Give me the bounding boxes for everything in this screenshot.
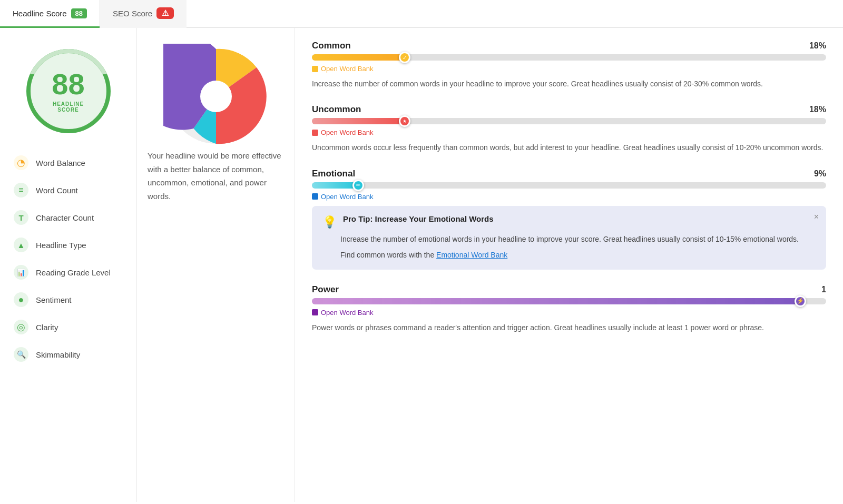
power-bank-icon bbox=[312, 309, 318, 315]
uncommon-bar bbox=[312, 118, 405, 124]
word-balance-pie-chart bbox=[163, 44, 269, 149]
sentiment-icon: ● bbox=[14, 292, 28, 307]
tab-seo[interactable]: SEO Score ⚠ bbox=[100, 0, 187, 28]
score-number: 88 bbox=[52, 70, 84, 99]
tabs-bar: Headline Score 88 SEO Score ⚠ bbox=[0, 0, 843, 28]
tab-headline-label: Headline Score bbox=[13, 9, 67, 18]
sidebar-item-label-skimmability: Skimmability bbox=[36, 350, 80, 359]
emotional-title: Emotional bbox=[312, 169, 355, 179]
emotional-bank-icon bbox=[312, 193, 318, 200]
power-title: Power bbox=[312, 284, 339, 295]
power-bank-label: Open Word Bank bbox=[321, 309, 373, 317]
clarity-icon: ◎ bbox=[14, 320, 28, 334]
uncommon-thumb: ★ bbox=[399, 115, 410, 127]
pro-tip-text: Increase the number of emotional words i… bbox=[340, 233, 816, 245]
skimmability-icon: 🔍 bbox=[14, 347, 28, 362]
balance-panel: Common 18% ✓ Open Word Bank Increase the… bbox=[295, 28, 843, 502]
pro-tip-link-text: Find common words with the Emotional Wor… bbox=[340, 249, 816, 261]
score-circle: 88 HEADLINESCORE bbox=[26, 49, 111, 133]
power-bar bbox=[312, 298, 800, 304]
word-balance-icon: ◔ bbox=[14, 155, 28, 170]
sidebar-item-label-word-count: Word Count bbox=[36, 186, 78, 195]
svg-point-1 bbox=[200, 81, 232, 112]
uncommon-description: Uncommon words occur less frequently tha… bbox=[312, 142, 826, 153]
sidebar-item-headline-type[interactable]: ▲ Headline Type bbox=[5, 231, 131, 259]
emotional-bar-container: ✏ bbox=[312, 182, 826, 189]
common-pct: 18% bbox=[809, 41, 826, 51]
power-open-word-bank[interactable]: Open Word Bank bbox=[312, 309, 826, 317]
sidebar-item-label-sentiment: Sentiment bbox=[36, 295, 72, 304]
common-title: Common bbox=[312, 41, 351, 51]
sidebar-item-sentiment[interactable]: ● Sentiment bbox=[5, 286, 131, 313]
score-label: HEADLINESCORE bbox=[53, 101, 84, 113]
score-circle-container: 88 HEADLINESCORE bbox=[0, 38, 136, 149]
power-thumb: ⚡ bbox=[795, 295, 806, 307]
common-bar-container: ✓ bbox=[312, 54, 826, 61]
pro-tip-close-button[interactable]: × bbox=[814, 212, 819, 222]
headline-type-icon: ▲ bbox=[14, 238, 28, 252]
uncommon-bank-label: Open Word Bank bbox=[321, 129, 373, 136]
common-header: Common 18% bbox=[312, 41, 826, 51]
tab-seo-label: SEO Score bbox=[113, 9, 152, 18]
pie-description: Your headline would be more effective wi… bbox=[148, 149, 284, 203]
pro-tip-lightbulb-icon: 💡 bbox=[322, 215, 337, 229]
pro-tip-title: Pro Tip: Increase Your Emotional Words bbox=[343, 214, 494, 223]
common-bank-icon bbox=[312, 66, 318, 72]
sidebar-item-label-word-balance: Word Balance bbox=[36, 159, 85, 167]
uncommon-title: Uncommon bbox=[312, 104, 361, 115]
tab-headline[interactable]: Headline Score 88 bbox=[0, 0, 100, 28]
uncommon-header: Uncommon 18% bbox=[312, 104, 826, 115]
sidebar-item-clarity[interactable]: ◎ Clarity bbox=[5, 313, 131, 341]
section-common: Common 18% ✓ Open Word Bank Increase the… bbox=[312, 41, 826, 90]
sidebar-nav: ◔ Word Balance ≡ Word Count T Character … bbox=[0, 149, 136, 368]
emotional-bar bbox=[312, 182, 358, 189]
section-emotional: Emotional 9% ✏ Open Word Bank × 💡 Pro Ti… bbox=[312, 169, 826, 270]
reading-grade-icon: 📊 bbox=[14, 265, 28, 280]
uncommon-bar-container: ★ bbox=[312, 118, 826, 124]
sidebar-item-character-count[interactable]: T Character Count bbox=[5, 204, 131, 231]
uncommon-open-word-bank[interactable]: Open Word Bank bbox=[312, 129, 826, 136]
emotional-pct: 9% bbox=[814, 169, 826, 179]
power-header: Power 1 bbox=[312, 284, 826, 295]
sidebar-item-label-reading-grade: Reading Grade Level bbox=[36, 268, 111, 277]
seo-alert-badge: ⚠ bbox=[156, 7, 174, 19]
sidebar-item-label-clarity: Clarity bbox=[36, 323, 58, 332]
word-count-icon: ≡ bbox=[14, 183, 28, 197]
power-description: Power words or phrases command a reader'… bbox=[312, 322, 826, 333]
section-uncommon: Uncommon 18% ★ Open Word Bank Uncommon w… bbox=[312, 104, 826, 153]
sidebar-item-reading-grade[interactable]: 📊 Reading Grade Level bbox=[5, 259, 131, 286]
uncommon-bank-icon bbox=[312, 130, 318, 136]
pro-tip-box: × 💡 Pro Tip: Increase Your Emotional Wor… bbox=[312, 206, 826, 270]
uncommon-pct: 18% bbox=[809, 105, 826, 114]
main-content: 88 HEADLINESCORE ◔ Word Balance ≡ Word C… bbox=[0, 28, 843, 502]
common-bank-label: Open Word Bank bbox=[321, 65, 373, 73]
emotional-header: Emotional 9% bbox=[312, 169, 826, 179]
power-pct: 1 bbox=[821, 285, 826, 294]
sidebar-item-label-character-count: Character Count bbox=[36, 213, 94, 222]
common-bar bbox=[312, 54, 405, 61]
sidebar: 88 HEADLINESCORE ◔ Word Balance ≡ Word C… bbox=[0, 28, 137, 502]
sidebar-item-label-headline-type: Headline Type bbox=[36, 241, 86, 250]
power-bar-container: ⚡ bbox=[312, 298, 826, 304]
sidebar-item-skimmability[interactable]: 🔍 Skimmability bbox=[5, 341, 131, 368]
sidebar-item-word-balance[interactable]: ◔ Word Balance bbox=[5, 149, 131, 176]
common-thumb: ✓ bbox=[399, 52, 410, 63]
headline-score-badge: 88 bbox=[71, 8, 87, 18]
sidebar-item-word-count[interactable]: ≡ Word Count bbox=[5, 176, 131, 204]
emotional-word-bank-link[interactable]: Emotional Word Bank bbox=[436, 251, 507, 259]
character-count-icon: T bbox=[14, 210, 28, 225]
pie-panel: Your headline would be more effective wi… bbox=[137, 28, 295, 502]
emotional-open-word-bank[interactable]: Open Word Bank bbox=[312, 193, 826, 201]
emotional-thumb: ✏ bbox=[352, 180, 364, 191]
common-description: Increase the number of common words in y… bbox=[312, 78, 826, 90]
pro-tip-header: 💡 Pro Tip: Increase Your Emotional Words bbox=[322, 214, 816, 229]
emotional-bank-label: Open Word Bank bbox=[321, 193, 373, 201]
common-open-word-bank[interactable]: Open Word Bank bbox=[312, 65, 826, 73]
section-power: Power 1 ⚡ Open Word Bank Power words or … bbox=[312, 284, 826, 333]
